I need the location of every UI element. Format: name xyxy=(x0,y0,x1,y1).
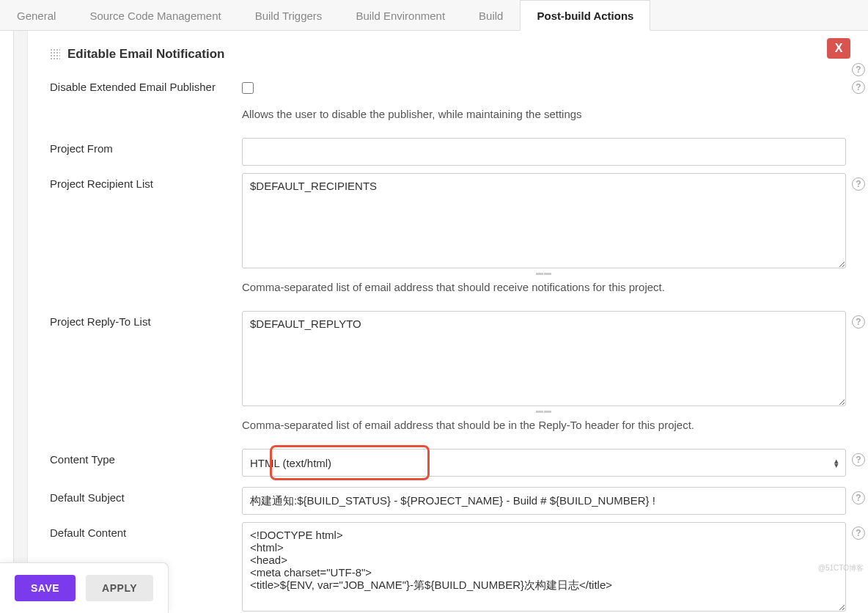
apply-button[interactable]: APPLY xyxy=(86,575,153,601)
default-subject-input[interactable] xyxy=(242,487,846,515)
content-type-label: Content Type xyxy=(50,449,242,466)
help-icon[interactable]: ? xyxy=(852,81,865,94)
recipient-list-textarea[interactable]: $DEFAULT_RECIPIENTS xyxy=(242,173,846,268)
tab-scm[interactable]: Source Code Management xyxy=(73,0,238,30)
save-button[interactable]: SAVE xyxy=(15,575,76,601)
help-icon[interactable]: ? xyxy=(852,526,865,540)
project-from-input[interactable] xyxy=(242,138,846,166)
config-tabs: General Source Code Management Build Tri… xyxy=(0,0,868,31)
help-icon[interactable]: ? xyxy=(852,177,865,191)
panel-title: Editable Email Notification xyxy=(67,47,224,62)
resize-grip-icon[interactable]: ▬▬ xyxy=(242,268,846,276)
tab-general[interactable]: General xyxy=(0,0,73,30)
help-icon[interactable]: ? xyxy=(852,491,865,504)
disable-publisher-checkbox[interactable] xyxy=(242,82,254,94)
resize-grip-icon[interactable]: ▬▬ xyxy=(242,406,846,414)
close-button[interactable]: X xyxy=(827,38,850,59)
replyto-list-label: Project Reply-To List xyxy=(50,311,242,328)
default-content-label: Default Content xyxy=(50,522,242,539)
recipient-list-label: Project Recipient List xyxy=(50,173,242,190)
recipient-list-description: Comma-separated list of email address th… xyxy=(242,281,846,293)
disable-publisher-label: Disable Extended Email Publisher xyxy=(50,76,242,93)
help-icon[interactable]: ? xyxy=(852,453,865,466)
footer-actions: SAVE APPLY xyxy=(0,562,169,613)
content-area: Editable Email Notification X ? Disable … xyxy=(13,31,868,613)
tab-build[interactable]: Build xyxy=(462,0,520,30)
default-subject-label: Default Subject xyxy=(50,487,242,504)
project-from-label: Project From xyxy=(50,138,242,155)
default-content-textarea[interactable]: <!DOCTYPE html> <html> <head> <meta char… xyxy=(242,522,846,612)
help-icon[interactable]: ? xyxy=(852,63,865,76)
email-notification-panel: Editable Email Notification X ? Disable … xyxy=(27,31,868,613)
tab-build-env[interactable]: Build Environment xyxy=(339,0,462,30)
watermark-text: @51CTO博客 xyxy=(818,563,864,573)
tab-build-triggers[interactable]: Build Triggers xyxy=(238,0,339,30)
replyto-list-textarea[interactable]: $DEFAULT_REPLYTO xyxy=(242,311,846,406)
replyto-list-description: Comma-separated list of email address th… xyxy=(242,419,846,431)
content-type-select[interactable]: HTML (text/html) xyxy=(242,449,846,477)
disable-publisher-description: Allows the user to disable the publisher… xyxy=(242,108,846,120)
tab-post-build-actions[interactable]: Post-build Actions xyxy=(520,0,650,31)
help-icon[interactable]: ? xyxy=(852,315,865,328)
drag-handle-icon[interactable] xyxy=(50,48,60,60)
